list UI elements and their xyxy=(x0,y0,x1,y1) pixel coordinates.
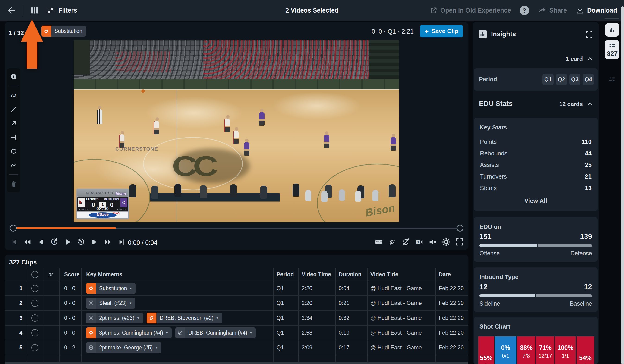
period-option-q3[interactable]: Q3 xyxy=(569,74,580,85)
text-tool-button[interactable]: Aa xyxy=(9,91,18,100)
chevron-down-icon: ▼ xyxy=(129,302,135,305)
key-moment-chip[interactable]: Steal, (#23)▼ xyxy=(86,298,135,309)
chevron-up-icon[interactable] xyxy=(586,101,593,107)
shot-chart-cell[interactable]: 0%0/1 xyxy=(495,337,516,364)
frame-forward-button[interactable] xyxy=(89,237,100,247)
replay-5-button[interactable]: 5 xyxy=(49,237,59,247)
row-select-circle[interactable] xyxy=(31,344,38,351)
table-row[interactable]: 10 - 0Substitution▼Q12:200:04@ Hudl East… xyxy=(5,281,468,296)
frame-back-button[interactable] xyxy=(36,237,46,247)
fast-forward-button[interactable] xyxy=(103,237,113,247)
key-moment-chip[interactable]: 2pt make, George (#5)▼ xyxy=(86,342,161,353)
shot-chart-cell[interactable]: 54%7/13 xyxy=(576,337,594,364)
tee-tool-button[interactable] xyxy=(9,133,18,142)
clips-view-button[interactable]: 327 xyxy=(605,40,619,59)
row-select-circle[interactable] xyxy=(31,300,38,307)
fullscreen-button[interactable] xyxy=(454,237,465,247)
period-option-q2[interactable]: Q2 xyxy=(556,74,567,85)
skip-end-button[interactable] xyxy=(116,237,127,247)
collapsed-tool-icon[interactable] xyxy=(607,74,618,85)
forward-5-button[interactable]: 5 xyxy=(76,237,86,247)
header-key-moments[interactable]: Key Moments xyxy=(81,268,273,281)
top-bar: Filters 2 Videos Selected Open in Old Ex… xyxy=(0,0,624,21)
download-button[interactable]: Download xyxy=(575,6,617,15)
skip-start-button[interactable] xyxy=(9,237,19,247)
cards-badge-row: 1 card xyxy=(566,55,593,62)
key-moment-chip[interactable]: DREB, Cunningham (#4)▼ xyxy=(175,327,256,338)
row-select[interactable] xyxy=(27,326,43,340)
row-select[interactable] xyxy=(27,281,43,295)
table-row[interactable]: 30 - 02pt miss, (#23)▼DREB, Stevenson (#… xyxy=(5,311,468,326)
key-moment-chip[interactable]: 2pt miss, (#23)▼ xyxy=(86,312,143,323)
table-row[interactable]: 20 - 0Steal, (#23)▼Q12:200:21@ Hudl East… xyxy=(5,296,468,311)
clip-tag-chip[interactable]: Substitution xyxy=(41,26,86,37)
strip-divider xyxy=(604,18,619,19)
header-duration[interactable]: Duration xyxy=(335,268,367,281)
timeline-handle-end[interactable] xyxy=(457,225,464,232)
insights-chart-icon xyxy=(479,30,487,38)
row-period: Q1 xyxy=(273,281,298,295)
scorer-table xyxy=(150,193,280,201)
svg-text:Aa: Aa xyxy=(11,93,17,98)
bar-chart-icon xyxy=(608,26,616,34)
column-separator xyxy=(436,268,436,364)
key-moment-chip[interactable]: 3pt miss, Cunningham (#4)▼ xyxy=(86,327,172,338)
key-moment-chip[interactable]: DREB, Stevenson (#2)▼ xyxy=(147,312,222,323)
trash-tool-button[interactable] xyxy=(9,180,18,189)
shot-chart-cell[interactable]: 55%6/11 xyxy=(478,337,494,364)
shot-cell-frac: 12/17 xyxy=(536,353,554,359)
row-key-moments: 2pt miss, (#23)▼DREB, Stevenson (#2)▼ xyxy=(81,311,273,325)
keyboard-button[interactable] xyxy=(374,237,384,247)
row-select[interactable] xyxy=(27,296,43,310)
scrollbar[interactable] xyxy=(621,6,624,364)
info-tool-button[interactable] xyxy=(9,72,18,81)
row-period: Q1 xyxy=(273,311,298,325)
header-period[interactable]: Period xyxy=(273,268,298,281)
scribble2-button[interactable] xyxy=(387,237,397,247)
help-button[interactable]: ? xyxy=(520,6,529,15)
table-row[interactable]: 50 - 22pt make, George (#5)▼Q13:090:17@ … xyxy=(5,340,468,355)
key-moment-chip[interactable]: Substitution▼ xyxy=(86,283,135,294)
row-select-circle[interactable] xyxy=(31,329,38,337)
arrow-tool-button[interactable] xyxy=(9,119,18,128)
mute-button[interactable] xyxy=(428,237,438,247)
save-clip-button[interactable]: + Save Clip xyxy=(420,25,463,37)
scribble-tool-button[interactable] xyxy=(9,160,18,170)
select-all-checkbox[interactable] xyxy=(27,268,43,281)
insights-view-button[interactable] xyxy=(605,23,619,37)
shot-chart-cell[interactable]: 71%12/17 xyxy=(536,337,554,364)
play-button[interactable] xyxy=(63,237,73,247)
open-old-experience-button[interactable]: Open in Old Experience xyxy=(430,6,511,14)
chevron-up-icon[interactable] xyxy=(586,56,593,62)
video-frame[interactable]: CORNERSTONE Bison CC xyxy=(74,40,399,222)
rewind-button[interactable] xyxy=(22,237,32,247)
loop-off-button[interactable] xyxy=(401,237,411,247)
row-select[interactable] xyxy=(27,340,43,355)
header-video-time[interactable]: Video Time xyxy=(298,268,335,281)
period-option-q1[interactable]: Q1 xyxy=(543,74,554,85)
header-date[interactable]: Date xyxy=(436,268,468,281)
row-select-circle[interactable] xyxy=(31,314,38,322)
row-select[interactable] xyxy=(27,311,43,325)
expand-icon[interactable] xyxy=(585,30,594,39)
view-all-link[interactable]: View All xyxy=(474,197,598,205)
share-button[interactable]: Share xyxy=(538,6,567,15)
crowd-red-patch xyxy=(115,52,171,72)
header-video-title[interactable]: Video Title xyxy=(367,268,436,281)
settings-button[interactable] xyxy=(441,237,451,247)
header-score[interactable]: Score xyxy=(59,268,81,281)
period-option-q4[interactable]: Q4 xyxy=(583,74,594,85)
column-separator xyxy=(59,268,59,364)
line-tool-button[interactable] xyxy=(9,105,18,114)
row-vtime: 2:34 xyxy=(298,311,335,325)
shot-chart-cell[interactable]: 88%7/8 xyxy=(517,337,535,364)
ellipse-tool-button[interactable] xyxy=(9,147,18,156)
timeline-handle-start[interactable] xyxy=(10,225,17,232)
row-annotation xyxy=(43,281,59,295)
row-select-circle[interactable] xyxy=(31,285,38,292)
camera-1-button[interactable]: 1 xyxy=(414,237,424,247)
shot-chart-cell[interactable]: 100%1/1 xyxy=(555,337,575,364)
horizontal-scrollbar[interactable] xyxy=(5,362,468,364)
table-row[interactable]: 40 - 03pt miss, Cunningham (#4)▼DREB, Cu… xyxy=(5,326,468,340)
bench-people xyxy=(129,184,136,197)
